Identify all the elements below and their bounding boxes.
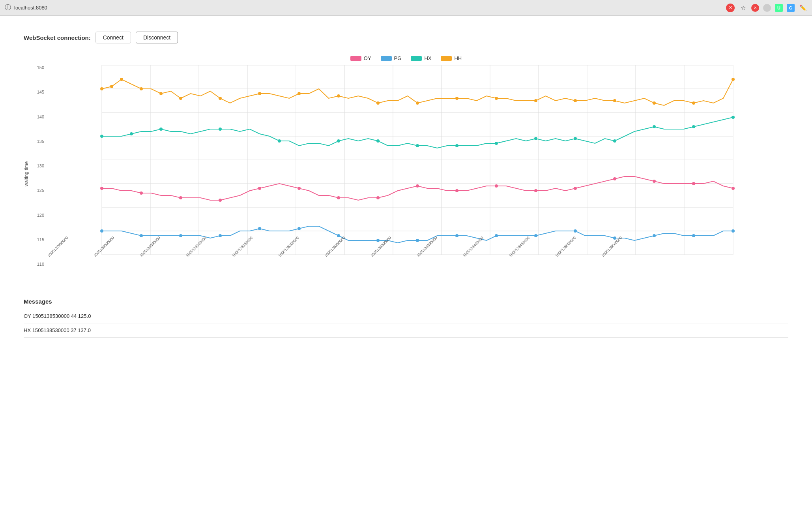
y-axis-label: waiting time: [24, 65, 29, 282]
svg-point-43: [100, 135, 103, 138]
svg-point-92: [732, 229, 735, 233]
chart-area: waiting time 150 145 140 135 130 125 120…: [24, 65, 788, 282]
svg-point-74: [692, 182, 695, 185]
svg-point-64: [297, 187, 301, 190]
svg-point-36: [495, 97, 498, 100]
svg-point-50: [416, 144, 419, 147]
svg-point-30: [258, 92, 261, 95]
connection-bar: WebSocket connection: Connect Disconnect: [24, 32, 788, 43]
svg-point-77: [140, 234, 143, 237]
svg-point-25: [120, 78, 123, 81]
legend-hh: HH: [441, 55, 462, 61]
chart-container: OY PG HX HH waiting time 150: [24, 55, 788, 282]
svg-point-53: [534, 137, 537, 140]
svg-point-29: [219, 97, 222, 100]
svg-point-56: [653, 125, 656, 128]
svg-point-42: [732, 78, 735, 81]
svg-point-76: [100, 229, 103, 233]
svg-point-34: [416, 101, 419, 105]
legend-pg-label: PG: [394, 55, 402, 61]
svg-point-55: [613, 139, 616, 143]
legend-oy: OY: [350, 55, 371, 61]
legend-pg: PG: [381, 55, 402, 61]
svg-point-38: [574, 99, 577, 102]
svg-point-58: [732, 116, 735, 119]
extension-icon-1[interactable]: ✕: [726, 4, 735, 12]
svg-point-37: [534, 99, 537, 102]
y-axis: 150 145 140 135 130 125 120 115 110: [31, 65, 47, 267]
svg-point-85: [455, 234, 458, 237]
legend-oy-label: OY: [364, 55, 371, 61]
svg-point-86: [495, 234, 498, 237]
connect-button[interactable]: Connect: [95, 32, 131, 43]
svg-point-88: [574, 229, 577, 233]
info-icon: ⓘ: [5, 4, 11, 12]
svg-point-62: [219, 199, 222, 202]
svg-point-51: [455, 144, 458, 147]
svg-point-52: [495, 142, 498, 145]
svg-point-71: [574, 187, 577, 190]
svg-point-63: [258, 187, 261, 190]
legend-hx: HX: [411, 55, 431, 61]
svg-point-32: [337, 94, 340, 98]
svg-point-75: [732, 187, 735, 190]
svg-point-31: [297, 92, 301, 95]
extension-icon-5[interactable]: G: [787, 4, 795, 12]
browser-bar: ⓘ localhost:8080 ✕ ☆ ✕ U G ✏️: [0, 0, 812, 16]
svg-point-61: [179, 196, 182, 199]
bookmark-icon[interactable]: ☆: [739, 4, 747, 12]
x-axis: 1505137950000 1505138000000 150513805000…: [47, 255, 788, 282]
svg-point-60: [140, 191, 143, 195]
message-row: HX 1505138530000 37 137.0: [24, 323, 788, 338]
svg-point-47: [278, 139, 281, 143]
message-row: OY 1505138530000 44 125.0: [24, 309, 788, 323]
svg-point-35: [455, 97, 458, 100]
chart-svg: .grid-line { stroke: #ddd; stroke-width:…: [47, 65, 788, 255]
svg-point-69: [495, 184, 498, 188]
extension-icon-3[interactable]: [763, 4, 771, 12]
legend-hx-label: HX: [424, 55, 431, 61]
svg-point-83: [376, 239, 380, 242]
svg-point-82: [337, 234, 340, 237]
svg-point-84: [416, 239, 419, 242]
svg-point-68: [455, 189, 458, 192]
svg-point-81: [297, 227, 301, 230]
messages-section: Messages OY 1505138530000 44 125.0 HX 15…: [24, 298, 788, 338]
extension-icon-2[interactable]: ✕: [751, 4, 759, 12]
svg-point-39: [613, 99, 616, 102]
svg-point-67: [416, 184, 419, 188]
svg-point-45: [159, 128, 163, 131]
svg-point-24: [110, 85, 113, 88]
svg-point-78: [179, 234, 182, 237]
chart-legend: OY PG HX HH: [24, 55, 788, 61]
disconnect-button[interactable]: Disconnect: [136, 32, 178, 43]
svg-point-41: [692, 101, 695, 105]
svg-point-66: [376, 196, 380, 199]
svg-point-59: [100, 187, 103, 190]
chart-inner: 150 145 140 135 130 125 120 115 110 .gri…: [31, 65, 788, 282]
legend-hh-label: HH: [454, 55, 462, 61]
svg-point-65: [337, 196, 340, 199]
svg-point-23: [100, 87, 103, 90]
svg-point-27: [159, 92, 163, 95]
svg-point-44: [130, 132, 133, 135]
svg-point-49: [376, 139, 380, 143]
extension-icon-4[interactable]: U: [775, 4, 783, 12]
svg-point-57: [692, 125, 695, 128]
svg-point-87: [534, 234, 537, 237]
svg-point-28: [179, 97, 182, 100]
svg-point-40: [653, 101, 656, 105]
svg-point-90: [653, 234, 656, 237]
svg-point-79: [219, 234, 222, 237]
svg-point-73: [653, 180, 656, 183]
page-content: WebSocket connection: Connect Disconnect…: [0, 16, 812, 518]
messages-title: Messages: [24, 298, 788, 305]
pen-icon[interactable]: ✏️: [799, 4, 807, 12]
svg-point-91: [692, 234, 695, 237]
browser-icons: ✕ ☆ ✕ U G ✏️: [726, 4, 807, 12]
svg-point-26: [140, 87, 143, 90]
svg-point-48: [337, 139, 340, 143]
svg-point-72: [613, 177, 616, 180]
connection-label: WebSocket connection:: [24, 34, 91, 41]
svg-point-80: [258, 227, 261, 230]
